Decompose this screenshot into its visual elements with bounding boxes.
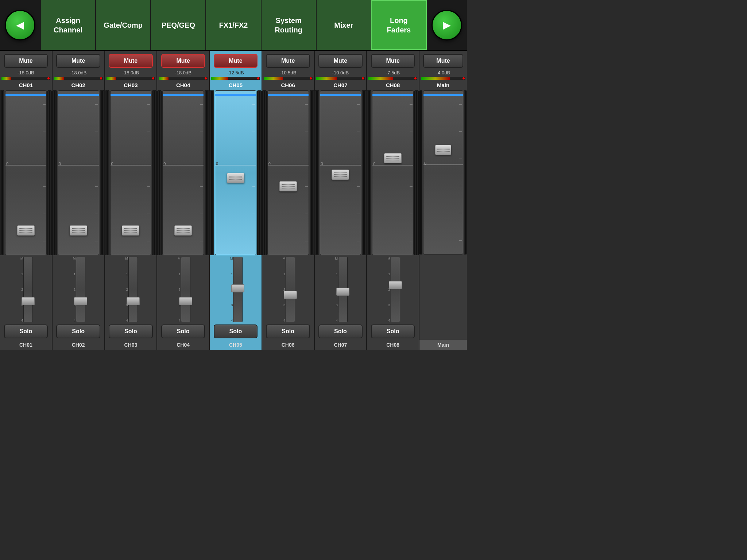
top-nav: ◄ AssignChannel Gate/Comp PEQ/GEQ FX1/FX… (0, 0, 467, 51)
channel-label-top-ch01: CH01 (0, 81, 52, 89)
mini-fader-handle-ch03[interactable] (127, 297, 140, 305)
fader-area-ch05: 0 (210, 89, 262, 257)
vu-bar-ch05 (211, 77, 260, 80)
mini-fader-handle-ch06[interactable] (284, 291, 297, 299)
vu-bar-ch07 (316, 77, 365, 80)
tab-fx1-fx2-label: FX1/FX2 (219, 20, 248, 30)
mini-scale-ch01: M 1 2 3 4 (19, 257, 23, 322)
fader-area-ch02: 0 (53, 89, 104, 257)
mini-fader-handle-ch05[interactable] (231, 284, 244, 292)
db-reading-ch06: -10.5dB (262, 69, 314, 76)
fader-area-ch08: 0 (367, 89, 419, 257)
mute-button-ch01[interactable]: Mute (4, 54, 48, 68)
channel-label-top-ch03: CH03 (105, 81, 157, 89)
forward-button[interactable]: ► (431, 10, 462, 40)
tab-assign-channel[interactable]: AssignChannel (40, 0, 95, 50)
solo-button-ch06[interactable]: Solo (266, 324, 310, 338)
mute-button-ch08[interactable]: Mute (371, 54, 415, 68)
solo-button-ch08[interactable]: Solo (371, 324, 415, 338)
vu-bar-ch03 (107, 77, 155, 80)
vu-bar-ch08 (368, 77, 417, 80)
mini-fader-handle-ch04[interactable] (179, 297, 192, 305)
solo-button-ch01[interactable]: Solo (4, 324, 48, 338)
mute-button-ch04[interactable]: Mute (161, 54, 205, 68)
mini-fader-handle-ch02[interactable] (74, 297, 87, 305)
mini-fader-track-ch04[interactable] (181, 257, 190, 322)
tab-fx1-fx2[interactable]: FX1/FX2 (205, 0, 260, 50)
fader-track-wrapper-ch01: 0 (0, 90, 52, 255)
fader-track-ch05[interactable]: 0 (215, 90, 256, 255)
mini-fader-track-ch07[interactable] (338, 257, 348, 322)
mini-fader-handle-ch08[interactable] (389, 281, 402, 289)
channel-strip-ch01: Mute -18.0dB CH01 0 (0, 51, 53, 350)
mute-button-main[interactable]: Mute (423, 54, 464, 68)
mini-fader-handle-ch07[interactable] (336, 288, 349, 296)
forward-nav-btn[interactable]: ► (427, 0, 467, 50)
mini-fader-track-ch01[interactable] (23, 257, 33, 322)
fader-track-ch02[interactable]: 0 (58, 90, 99, 255)
channel-label-top-ch06: CH06 (262, 81, 314, 89)
fader-track-ch01[interactable]: 0 (5, 90, 47, 255)
mini-fader-track-ch02[interactable] (76, 257, 85, 322)
solo-button-ch07[interactable]: Solo (318, 324, 362, 338)
tab-long-faders[interactable]: LongFaders (371, 0, 427, 50)
tab-gate-comp[interactable]: Gate/Comp (95, 0, 150, 50)
mute-button-ch03[interactable]: Mute (109, 54, 152, 68)
fader-area-ch04: 0 (157, 89, 209, 257)
mute-button-ch06[interactable]: Mute (266, 54, 310, 68)
back-nav-btn[interactable]: ◄ (0, 0, 40, 50)
fader-track-ch07[interactable]: 0 (320, 90, 361, 255)
fader-side-left-ch01 (0, 90, 4, 255)
mini-fader-section-ch05: M 1 2 3 4 (210, 257, 262, 322)
db-reading-ch01: -18.0dB (0, 69, 52, 76)
mini-fader-section-ch03: M 1 2 3 4 (105, 257, 157, 322)
mute-button-ch05[interactable]: Mute (214, 54, 258, 68)
mute-button-ch07[interactable]: Mute (318, 54, 362, 68)
fader-area-ch03: 0 (105, 89, 157, 257)
fader-track-ch08[interactable]: 0 (372, 90, 414, 255)
mini-fader-track-ch03[interactable] (128, 257, 138, 322)
db-reading-ch03: -18.0dB (105, 69, 157, 76)
fader-area-ch07: 0 (315, 89, 367, 257)
solo-button-ch03[interactable]: Solo (109, 324, 152, 338)
tab-assign-channel-label: AssignChannel (54, 16, 82, 35)
channel-strip-ch03: Mute -18.0dB CH03 0 (105, 51, 158, 350)
solo-button-ch05[interactable]: Solo (214, 324, 258, 338)
channel-label-bottom-ch01: CH01 (0, 341, 52, 350)
db-reading-ch05: -12.5dB (210, 69, 262, 76)
db-reading-ch07: -10.0dB (315, 69, 367, 76)
forward-icon: ► (440, 19, 453, 32)
channel-label-top-ch08: CH08 (367, 81, 419, 89)
mini-fader-track-ch08[interactable] (391, 257, 400, 322)
fader-track-ch06[interactable]: 0 (267, 90, 309, 255)
channel-label-top-ch07: CH07 (315, 81, 367, 89)
mini-fader-track-ch06[interactable] (286, 257, 295, 322)
mini-fader-track-ch05[interactable] (233, 257, 243, 322)
tab-long-faders-label: LongFaders (387, 16, 411, 35)
back-icon: ◄ (13, 19, 27, 32)
channel-label-bottom-ch06: CH06 (262, 341, 314, 350)
channel-strip-ch07: Mute -10.0dB CH07 0 (315, 51, 367, 350)
mini-fader-handle-ch01[interactable] (22, 297, 35, 305)
channel-label-bottom-ch03: CH03 (105, 341, 157, 350)
tab-mixer[interactable]: Mixer (316, 0, 371, 50)
tab-mixer-label: Mixer (334, 20, 353, 30)
mini-fader-section-ch04: M 1 2 3 4 (157, 257, 209, 322)
fader-track-ch03[interactable]: 0 (110, 90, 152, 255)
fader-track-ch04[interactable]: 0 (162, 90, 204, 255)
fader-area-main: 0 (419, 89, 467, 256)
channel-strips: Mute -18.0dB CH01 0 (0, 51, 467, 350)
channel-label-bottom-main: Main (419, 340, 467, 350)
channel-label-bottom-ch04: CH04 (157, 341, 209, 350)
solo-button-ch02[interactable]: Solo (56, 324, 100, 338)
mute-button-ch02[interactable]: Mute (56, 54, 100, 68)
solo-button-ch04[interactable]: Solo (161, 324, 205, 338)
tab-peq-geq-label: PEQ/GEQ (162, 20, 195, 30)
tab-peq-geq[interactable]: PEQ/GEQ (150, 0, 205, 50)
vu-bar-ch01 (1, 77, 50, 80)
tab-system-routing[interactable]: SystemRouting (261, 0, 316, 50)
fader-track-main[interactable]: 0 (423, 90, 463, 254)
channel-label-bottom-ch08: CH08 (367, 341, 419, 350)
channel-strip-ch02: Mute -18.0dB CH02 0 (53, 51, 105, 350)
back-button[interactable]: ◄ (5, 10, 35, 40)
